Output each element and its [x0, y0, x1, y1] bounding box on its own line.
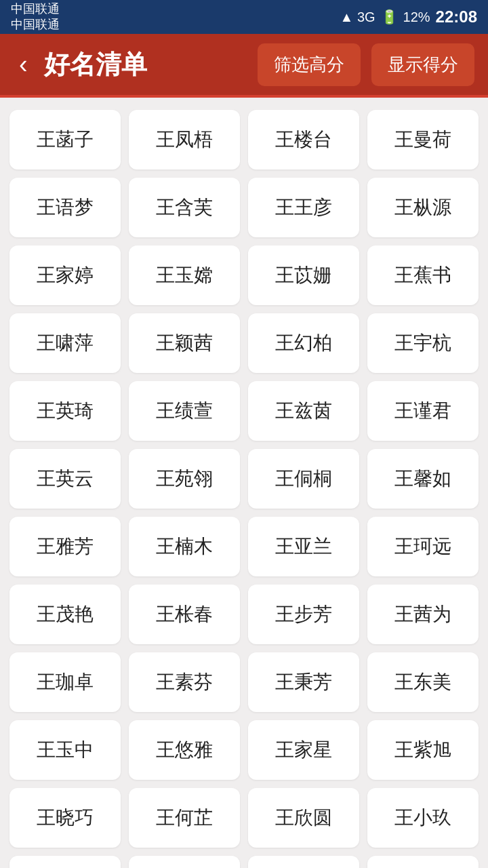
name-card[interactable]: 王枨春 [129, 585, 240, 644]
name-card[interactable]: 王尹楠 [129, 856, 240, 868]
signal-icon: ▲ 3G [340, 9, 375, 25]
name-card[interactable]: 王楠木 [129, 517, 240, 576]
name-card[interactable]: 王啸萍 [9, 313, 121, 373]
carrier1: 中国联通 [11, 1, 60, 17]
name-card[interactable]: 王东美 [367, 652, 479, 712]
name-card[interactable]: 王枞源 [367, 178, 479, 237]
name-card[interactable]: 王宇杭 [367, 313, 479, 373]
name-card[interactable]: 王苑翎 [129, 449, 240, 509]
name-card[interactable]: 王楼台 [248, 110, 359, 170]
name-card[interactable]: 王英琦 [9, 381, 121, 441]
name-card[interactable]: 王何芷 [129, 788, 240, 848]
name-card[interactable]: 王曼荷 [367, 110, 479, 170]
name-card[interactable]: 王茂艳 [9, 585, 121, 644]
name-card[interactable]: 王怡梅 [248, 856, 359, 868]
name-card[interactable]: 王珂远 [367, 517, 479, 576]
name-card[interactable]: 王小玖 [367, 788, 479, 848]
name-card[interactable]: 王茜为 [367, 585, 479, 644]
name-card[interactable]: 王含芙 [129, 178, 240, 237]
time-display: 22:08 [436, 7, 477, 26]
name-card[interactable]: 王颖茜 [129, 313, 240, 373]
name-card[interactable]: 王悠雅 [129, 720, 240, 780]
name-card[interactable]: 王蕉书 [367, 245, 479, 305]
name-card[interactable]: 王幻柏 [248, 313, 359, 373]
name-card[interactable]: 王素芬 [129, 652, 240, 712]
name-card[interactable]: 王绩萱 [129, 381, 240, 441]
name-card[interactable]: 王语梦 [9, 178, 121, 237]
name-card[interactable]: 王家星 [248, 720, 359, 780]
name-card[interactable]: 王王彦 [248, 178, 359, 237]
name-card[interactable]: 王紫旭 [367, 720, 479, 780]
name-card[interactable]: 王馨如 [367, 449, 479, 509]
filter-high-score-button[interactable]: 筛选高分 [258, 43, 361, 86]
carrier-info: 中国联通 中国联通 [11, 1, 60, 33]
carrier2: 中国联通 [11, 17, 60, 33]
back-button[interactable]: ‹ [14, 45, 33, 85]
name-card[interactable]: 王柯帆 [9, 856, 121, 868]
status-bar: 中国联通 中国联通 ▲ 3G 🔋 12% 22:08 [0, 0, 488, 34]
name-card[interactable]: 王步芳 [248, 585, 359, 644]
battery-level: 12% [403, 9, 430, 25]
name-card[interactable]: 王家婷 [9, 245, 121, 305]
name-card[interactable]: 王欣圆 [248, 788, 359, 848]
name-card[interactable]: 王亚兰 [248, 517, 359, 576]
battery-icon: 🔋 [381, 9, 398, 25]
toolbar: ‹ 好名清单 筛选高分 显示得分 [0, 34, 488, 95]
name-card[interactable]: 王侗桐 [248, 449, 359, 509]
name-card[interactable]: 王谨君 [367, 381, 479, 441]
name-card[interactable]: 王晓巧 [9, 788, 121, 848]
name-card[interactable]: 王凤梧 [129, 110, 240, 170]
page-title: 好名清单 [44, 47, 247, 82]
name-card[interactable]: 王雅芳 [9, 517, 121, 576]
name-card[interactable]: 王菡子 [9, 110, 121, 170]
name-card[interactable]: 王玉嫦 [129, 245, 240, 305]
name-card[interactable]: 王苡姗 [248, 245, 359, 305]
name-card[interactable]: 王英云 [9, 449, 121, 509]
name-card[interactable]: 王兹茵 [248, 381, 359, 441]
show-score-button[interactable]: 显示得分 [371, 43, 474, 86]
name-card[interactable]: 王玉中 [9, 720, 121, 780]
names-grid: 王菡子王凤梧王楼台王曼荷王语梦王含芙王王彦王枞源王家婷王玉嫦王苡姗王蕉书王啸萍王… [0, 98, 488, 868]
name-card[interactable]: 王巧华 [367, 856, 479, 868]
status-right: ▲ 3G 🔋 12% 22:08 [340, 7, 477, 26]
name-card[interactable]: 王珈卓 [9, 652, 121, 712]
name-card[interactable]: 王秉芳 [248, 652, 359, 712]
